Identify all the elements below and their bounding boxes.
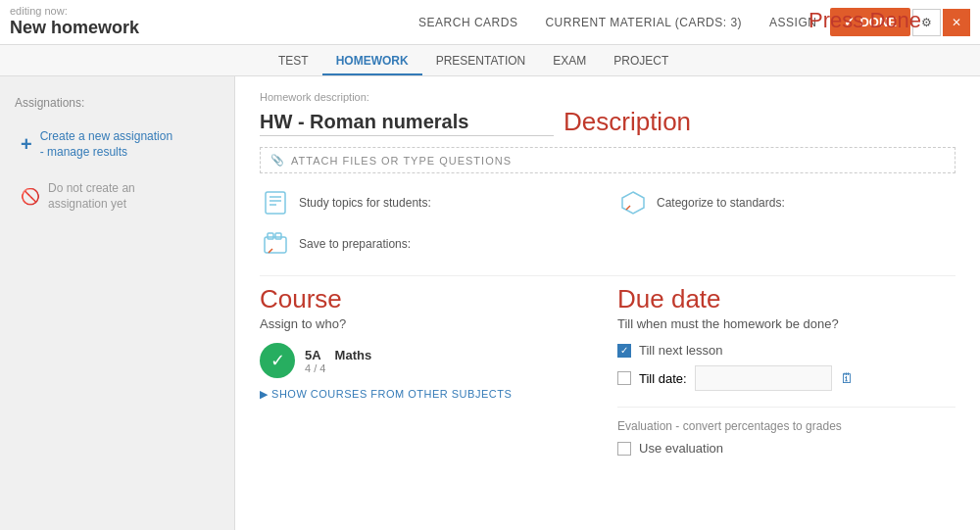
tab-exam[interactable]: EXAM [539,48,600,75]
hw-title-input[interactable] [260,109,554,136]
till-next-lesson-label: Till next lesson [639,343,723,358]
calendar-icon[interactable]: 🗓 [840,370,854,386]
categorize-icon [617,187,649,218]
close-button[interactable]: ✕ [943,9,970,36]
study-topics-item[interactable]: Study topics for students: [260,187,598,218]
course-section: Course Assign to who? ✓ 5A Maths 4 / 4 ▶… [260,284,598,463]
tab-homework[interactable]: HOMEWORK [322,48,422,75]
use-evaluation-label: Use evaluation [639,441,723,456]
save-prep-icon [260,228,291,260]
course-heading: Course [260,284,598,314]
current-material-button[interactable]: CURRENT MATERIAL (CARDS: 3) [531,8,756,37]
due-date-section: Due date Till when must the homework be … [617,284,956,463]
hw-description-label: Homework description: [260,91,956,103]
tab-presentation[interactable]: PRESENTATION [422,48,540,75]
study-label: Study topics for students: [299,196,431,210]
svg-rect-6 [268,233,273,239]
categorize-item[interactable]: Categorize to standards: [617,187,956,218]
course-duedate-columns: Course Assign to who? ✓ 5A Maths 4 / 4 ▶… [260,284,956,463]
till-date-label: Till date: [639,371,687,386]
save-prep-item[interactable]: Save to preparations: [260,228,598,260]
content-area: Homework description: Description 📎 ATTA… [235,76,980,530]
sidebar-item-create[interactable]: + Create a new assignation- manage resul… [15,121,220,168]
done-button[interactable]: ✓ DONE [830,8,910,36]
svg-line-4 [626,206,630,210]
search-cards-button[interactable]: SEARCH CARDS [405,8,531,37]
plus-icon: + [21,133,32,156]
evaluation-section: Evaluation - convert percentages to grad… [617,407,956,456]
sidebar: Assignations: + Create a new assignation… [0,76,235,530]
sidebar-item-no-create[interactable]: 🚫 Do not create anassignation yet [15,173,220,219]
attach-files-row[interactable]: 📎 ATTACH FILES OR TYPE QUESTIONS [260,147,956,173]
attach-label: ATTACH FILES OR TYPE QUESTIONS [291,155,512,167]
editing-label: editing now: [10,5,68,17]
svg-rect-7 [275,233,281,239]
tab-test[interactable]: TEST [265,48,322,75]
course-name: 5A Maths [305,348,371,362]
features-grid: Study topics for students: Categorize to… [260,187,956,260]
assign-button[interactable]: ASSIGN [756,8,830,37]
due-date-sub: Till when must the homework be done? [617,316,956,331]
top-right-actions: ✓ DONE ⚙ ✕ [830,8,970,36]
svg-rect-0 [266,192,285,214]
page-title: New homework [10,18,139,38]
done-label: DONE [859,15,897,29]
save-prep-label: Save to preparations: [299,237,411,251]
secondary-tabs: TEST HOMEWORK PRESENTATION EXAM PROJECT [0,45,980,76]
sidebar-no-create-label: Do not create anassignation yet [48,181,135,212]
sidebar-title: Assignations: [15,96,220,110]
description-annotation: Description [564,107,691,137]
show-more-courses[interactable]: ▶ SHOW COURSES FROM OTHER SUBJECTS [260,388,598,401]
use-evaluation-checkbox[interactable] [617,442,631,456]
course-count: 4 / 4 [305,362,371,374]
course-info: 5A Maths 4 / 4 [305,348,371,374]
main-layout: Assignations: + Create a new assignation… [0,76,980,530]
top-bar: editing now: New homework SEARCH CARDS C… [0,0,980,45]
options-button[interactable]: ⚙ [912,9,941,36]
section-divider [260,275,956,276]
paperclip-icon: 📎 [270,154,285,167]
no-create-icon: 🚫 [21,187,40,206]
tab-project[interactable]: PROJECT [600,48,682,75]
course-sub: Assign to who? [260,316,598,331]
study-icon [260,187,291,218]
evaluation-title: Evaluation - convert percentages to grad… [617,419,956,433]
course-item[interactable]: ✓ 5A Maths 4 / 4 [260,343,598,378]
till-next-lesson-checkbox[interactable]: ✓ [617,344,631,358]
due-date-heading: Due date [617,284,956,314]
till-date-row: Till date: 🗓 [617,365,956,391]
use-evaluation-row[interactable]: Use evaluation [617,441,956,456]
till-next-lesson-row[interactable]: ✓ Till next lesson [617,343,956,358]
course-check-icon: ✓ [260,343,295,378]
top-nav: SEARCH CARDS CURRENT MATERIAL (CARDS: 3)… [405,8,970,37]
done-icon: ✓ [844,15,855,29]
till-date-checkbox[interactable] [617,371,631,385]
categorize-label: Categorize to standards: [657,196,785,210]
sidebar-create-label: Create a new assignation- manage results [40,129,172,160]
date-input-field[interactable] [695,365,832,391]
